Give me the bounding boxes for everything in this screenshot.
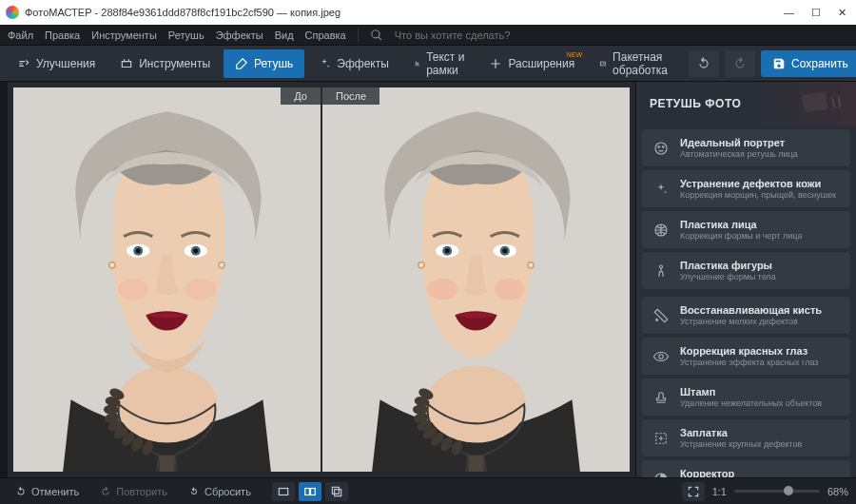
svg-rect-62 <box>332 487 339 494</box>
left-strip <box>0 82 8 477</box>
search-input[interactable] <box>395 29 585 41</box>
tool-stamp[interactable]: ШтампУдаление нежелательных объектов <box>642 378 850 416</box>
menu-effects[interactable]: Эффекты <box>216 29 263 41</box>
save-button[interactable]: Сохранить <box>761 50 856 77</box>
svg-point-14 <box>220 263 224 267</box>
tab-инструменты[interactable]: Инструменты <box>108 49 222 78</box>
svg-point-12 <box>110 263 114 267</box>
svg-point-55 <box>656 319 658 320</box>
menu-bar: Файл Правка Инструменты Ретушь Эффекты В… <box>0 25 856 46</box>
svg-point-54 <box>660 265 663 268</box>
sidebar-header: РЕТУШЬ ФОТО <box>636 82 856 126</box>
patch-icon <box>652 429 671 448</box>
mesh-icon <box>652 221 671 240</box>
menu-tools[interactable]: Инструменты <box>91 29 157 41</box>
before-image <box>13 87 321 472</box>
svg-rect-63 <box>335 489 341 495</box>
app-logo-icon <box>6 6 19 19</box>
body-icon <box>652 262 671 281</box>
status-bar: Отменить Повторить Сбросить 1:1 68% <box>0 477 856 504</box>
svg-rect-60 <box>305 488 310 494</box>
tool-sparkle[interactable]: Устранение дефектов кожиКоррекция морщин… <box>642 170 850 207</box>
view-overlay-icon[interactable] <box>325 482 348 501</box>
tool-patch[interactable]: ЗаплаткаУстранение крупных дефектов <box>642 419 850 456</box>
view-split-icon[interactable] <box>299 482 321 501</box>
svg-rect-48 <box>468 456 483 472</box>
after-image <box>322 87 630 472</box>
zoom-slider[interactable] <box>734 490 820 493</box>
tool-face[interactable]: Идеальный портретАвтоматическая ретушь л… <box>642 129 850 166</box>
svg-point-10 <box>185 279 216 300</box>
svg-rect-49 <box>802 92 827 113</box>
menu-separator <box>358 29 359 42</box>
reset-button[interactable]: Сбросить <box>181 481 259 502</box>
svg-point-50 <box>655 143 667 154</box>
tool-adjust[interactable]: КорректорОбработка фрагментов изображени… <box>642 460 850 477</box>
tab-эффекты[interactable]: Эффекты <box>306 49 400 78</box>
main-area: До После РЕТУШЬ ФОТО Идеальный портретАв… <box>0 82 856 477</box>
heal-icon <box>652 306 671 325</box>
svg-point-8 <box>193 248 198 253</box>
sparkle-icon <box>652 180 671 199</box>
main-toolbar: УлучшенияИнструментыРетушьЭффектыТекст и… <box>0 46 856 82</box>
svg-point-36 <box>419 263 423 267</box>
maximize-icon[interactable]: ☐ <box>811 7 821 19</box>
svg-point-2 <box>117 366 217 443</box>
svg-point-34 <box>495 279 525 300</box>
undo-button[interactable]: Отменить <box>8 481 87 502</box>
tool-mesh[interactable]: Пластика лицаКоррекция формы и черт лица <box>642 211 850 248</box>
history-fwd-button[interactable] <box>725 50 755 77</box>
tool-eye[interactable]: Коррекция красных глазУстранение эффекта… <box>642 338 850 375</box>
svg-point-51 <box>658 145 660 147</box>
svg-rect-59 <box>279 488 287 494</box>
tab-улучшения[interactable]: Улучшения <box>6 49 107 78</box>
tab-пакетная обработка[interactable]: Пакетная обработка <box>588 49 685 78</box>
menu-edit[interactable]: Правка <box>45 29 80 41</box>
view-single-icon[interactable] <box>272 482 295 501</box>
ratio-label[interactable]: 1:1 <box>712 486 727 497</box>
svg-point-38 <box>529 263 533 267</box>
after-pane: После <box>322 87 630 472</box>
tool-heal[interactable]: Восстанавливающая кистьУстранение мелких… <box>642 297 850 334</box>
before-pane: До <box>13 87 321 472</box>
title-bar: ФотоМАСТЕР - 288f84e9361ddd878f8cf191bc2… <box>0 0 856 25</box>
tab-ретушь[interactable]: Ретушь <box>224 49 304 78</box>
stamp-icon <box>652 388 671 407</box>
view-mode-group <box>272 482 348 501</box>
history-back-button[interactable] <box>689 50 719 77</box>
fit-screen-icon[interactable] <box>682 482 705 501</box>
tool-body[interactable]: Пластика фигурыУлучшение формы тела <box>642 252 850 289</box>
redo-button[interactable]: Повторить <box>92 481 175 502</box>
after-label: После <box>322 87 379 105</box>
image-viewer[interactable]: До После <box>8 82 635 477</box>
retouch-sidebar: РЕТУШЬ ФОТО Идеальный портретАвтоматичес… <box>635 82 856 477</box>
face-icon <box>652 139 671 158</box>
svg-rect-61 <box>310 488 315 494</box>
svg-point-29 <box>445 248 450 253</box>
eye-icon <box>652 347 671 366</box>
svg-point-5 <box>136 248 141 253</box>
search-icon <box>370 29 383 42</box>
menu-retouch[interactable]: Ретушь <box>168 29 204 41</box>
svg-rect-24 <box>159 456 174 472</box>
minimize-icon[interactable]: — <box>784 7 794 19</box>
tab-текст и рамки[interactable]: Текст и рамки <box>402 49 477 78</box>
tab-расширения[interactable]: РасширенияNEW <box>477 49 586 78</box>
header-decoration-icon <box>799 89 846 118</box>
menu-file[interactable]: Файл <box>8 29 33 41</box>
svg-point-9 <box>118 279 148 300</box>
svg-point-32 <box>502 248 507 253</box>
svg-point-56 <box>659 354 664 359</box>
svg-point-33 <box>427 279 457 300</box>
close-icon[interactable]: ✕ <box>838 7 846 19</box>
menu-help[interactable]: Справка <box>305 29 346 41</box>
before-label: До <box>281 87 321 105</box>
menu-view[interactable]: Вид <box>275 29 294 41</box>
tools-list: Идеальный портретАвтоматическая ретушь л… <box>636 126 856 477</box>
svg-point-52 <box>663 145 665 147</box>
adjust-icon <box>652 470 671 478</box>
svg-point-26 <box>426 366 526 443</box>
zoom-value: 68% <box>827 486 848 497</box>
app-title: ФотоМАСТЕР - 288f84e9361ddd878f8cf191bc2… <box>25 7 340 18</box>
